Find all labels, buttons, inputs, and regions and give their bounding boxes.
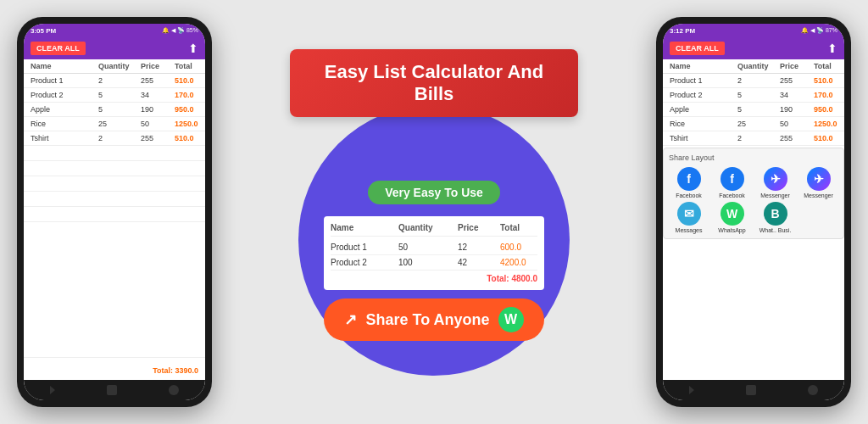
mini-table-header: Name Quantity Price Total: [331, 223, 537, 237]
left-share-icon-btn[interactable]: ⬆: [188, 42, 198, 55]
table-row[interactable]: Product 2534170.0: [663, 88, 844, 103]
mini-table-total: Total: 4800.0: [331, 271, 537, 283]
right-phone-screen: 3:12 PM 🔔 ◀ 📡 87% CLEAR ALL ⬆ Name Quant…: [663, 24, 844, 400]
right-table-body: Product 12255510.0 Product 2534170.0 App…: [663, 74, 844, 380]
whatsapp-business-icon: B: [764, 202, 787, 226]
share-whatsapp-business[interactable]: B What.. Busi.: [755, 202, 795, 233]
whatsapp-icon: W: [498, 307, 524, 332]
messages-label: Messages: [676, 227, 703, 233]
right-phone: 3:12 PM 🔔 ◀ 📡 87% CLEAR ALL ⬆ Name Quant…: [656, 17, 851, 407]
left-status-icons: 🔔 ◀ 📡 85%: [162, 27, 198, 34]
facebook-icon-2: f: [721, 167, 744, 191]
share-layout-title: Share Layout: [669, 153, 838, 162]
share-facebook-1[interactable]: f Facebook: [669, 167, 709, 198]
right-status-time: 3:12 PM: [670, 27, 695, 35]
table-row[interactable]: Tshirt2255510.0: [24, 131, 205, 146]
col-total: Total: [175, 62, 205, 70]
facebook-icon-1: f: [677, 167, 701, 191]
share-facebook-2[interactable]: f Facebook: [712, 167, 752, 198]
col-name-r: Name: [670, 62, 737, 70]
whatsapp-label: WhatsApp: [718, 227, 745, 233]
empty-row: [24, 192, 205, 207]
messenger-icon-2: ✈: [807, 167, 831, 191]
left-status-bar: 3:05 PM 🔔 ◀ 📡 85%: [24, 24, 205, 37]
share-icon: ↗: [344, 310, 357, 329]
left-status-time: 3:05 PM: [31, 27, 56, 35]
mini-table: Name Quantity Price Total Product 1 50 1…: [324, 216, 544, 290]
whatsapp-icon: W: [721, 202, 744, 226]
share-messenger-1[interactable]: ✈ Messenger: [755, 167, 795, 198]
mini-table-row[interactable]: Product 2 100 42 4200.0: [331, 255, 537, 271]
facebook-label-2: Facebook: [719, 192, 745, 198]
left-total-bar: Total: 3390.0: [24, 357, 205, 380]
empty-row: [24, 146, 205, 161]
left-table-body: Product 12255510.0 Product 2534170.0 App…: [24, 74, 205, 357]
recents-btn-r[interactable]: [808, 385, 818, 395]
messages-icon: ✉: [677, 202, 701, 226]
table-row[interactable]: Product 12255510.0: [24, 74, 205, 88]
recents-btn[interactable]: [169, 385, 179, 395]
messenger-label-2: Messenger: [804, 192, 833, 198]
home-btn[interactable]: [107, 385, 117, 395]
share-messenger-2[interactable]: ✈ Messenger: [798, 167, 838, 198]
table-row[interactable]: Product 12255510.0: [663, 74, 844, 88]
home-btn-r[interactable]: [746, 385, 756, 395]
share-icons-grid: f Facebook f Facebook ✈ Messenger ✈: [669, 167, 838, 233]
center-display: Easy List Calculator And Bills Very Easy…: [212, 49, 656, 376]
col-total-r: Total: [814, 62, 844, 70]
left-toolbar: CLEAR ALL ⬆: [24, 37, 205, 59]
easy-badge: Very Easy To Use: [368, 181, 500, 204]
app-title: Easy List Calculator And Bills: [310, 61, 558, 105]
scene: 3:05 PM 🔔 ◀ 📡 85% CLEAR ALL ⬆ Name Quant…: [0, 0, 868, 424]
share-layout-box: Share Layout f Facebook f Facebook ✈ Mes: [663, 148, 844, 239]
right-toolbar: CLEAR ALL ⬆: [663, 37, 844, 59]
right-status-icons: 🔔 ◀ 📡 87%: [801, 27, 837, 34]
table-row[interactable]: Rice25501250.0: [24, 117, 205, 131]
messenger-label-1: Messenger: [760, 192, 790, 198]
back-btn-r[interactable]: [689, 386, 694, 394]
table-row[interactable]: Apple5190950.0: [663, 103, 844, 117]
left-nav-bar: [24, 380, 205, 400]
circle-container: Very Easy To Use Name Quantity Price Tot…: [298, 104, 570, 376]
share-button[interactable]: ↗ Share To Anyone W: [324, 298, 544, 341]
share-whatsapp[interactable]: W WhatsApp: [712, 202, 752, 233]
app-title-banner: Easy List Calculator And Bills: [290, 49, 578, 117]
table-row[interactable]: Tshirt2255510.0: [663, 131, 844, 146]
table-row[interactable]: Rice25501250.0: [663, 117, 844, 131]
whatsapp-business-label: What.. Busi.: [760, 227, 792, 233]
empty-row: [24, 176, 205, 192]
right-status-bar: 3:12 PM 🔔 ◀ 📡 87%: [663, 24, 844, 37]
left-table-header: Name Quantity Price Total: [24, 59, 205, 74]
back-btn[interactable]: [50, 386, 55, 394]
empty-row: [24, 207, 205, 222]
col-price: Price: [141, 62, 175, 70]
facebook-label-1: Facebook: [676, 192, 702, 198]
col-qty: Quantity: [98, 62, 141, 70]
share-messages[interactable]: ✉ Messages: [669, 202, 709, 233]
col-qty-r: Quantity: [737, 62, 780, 70]
left-total-label: Total: 3390.0: [153, 366, 198, 375]
right-share-icon-btn[interactable]: ⬆: [827, 42, 837, 55]
right-clear-button[interactable]: CLEAR ALL: [670, 42, 725, 55]
left-clear-button[interactable]: CLEAR ALL: [31, 42, 86, 55]
left-phone: 3:05 PM 🔔 ◀ 📡 85% CLEAR ALL ⬆ Name Quant…: [17, 17, 212, 407]
share-button-label: Share To Anyone: [365, 311, 489, 329]
messenger-icon-1: ✈: [764, 167, 787, 191]
mini-table-row[interactable]: Product 1 50 12 600.0: [331, 240, 537, 255]
empty-row: [24, 161, 205, 176]
table-row[interactable]: Product 2534170.0: [24, 88, 205, 103]
right-nav-bar: [663, 380, 844, 400]
table-row[interactable]: Apple5190950.0: [24, 103, 205, 117]
col-price-r: Price: [780, 62, 814, 70]
left-phone-screen: 3:05 PM 🔔 ◀ 📡 85% CLEAR ALL ⬆ Name Quant…: [24, 24, 205, 400]
right-table-header: Name Quantity Price Total: [663, 59, 844, 74]
col-name: Name: [31, 62, 98, 70]
